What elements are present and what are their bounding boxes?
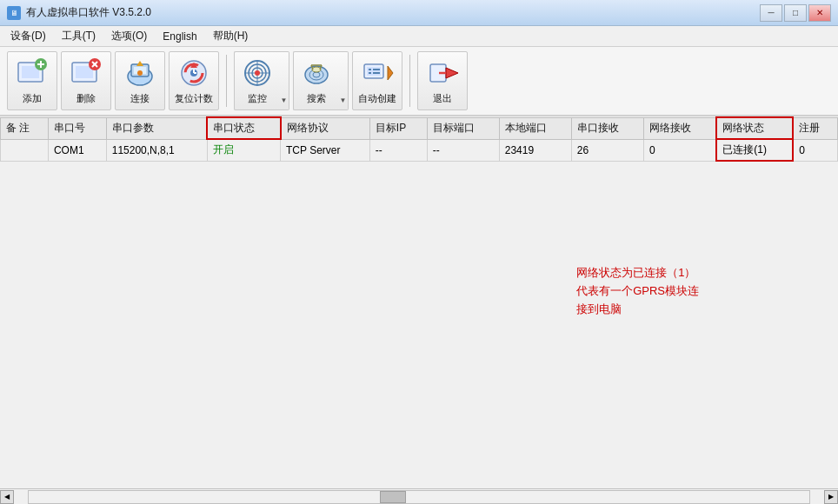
delete-label: 删除	[76, 92, 96, 105]
svg-rect-37	[369, 69, 371, 70]
monitor-dropdown[interactable]: ▼	[279, 51, 289, 110]
cell-com-port: COM1	[48, 139, 106, 161]
title-bar: 🖥 有人虚拟串口软件 V3.5.2.0 ─ □ ✕	[0, 0, 838, 26]
monitor-button[interactable]: 监控	[234, 51, 279, 110]
svg-point-14	[137, 70, 143, 76]
exit-button[interactable]: 退出	[417, 51, 468, 110]
scrollbar-area: ◀ ▶	[0, 488, 838, 504]
restore-button[interactable]: □	[784, 4, 807, 22]
cell-com-recv: 26	[571, 139, 643, 161]
svg-marker-13	[136, 61, 143, 66]
cell-net-protocol: TCP Server	[281, 139, 370, 161]
delete-icon	[70, 57, 102, 89]
search-button-group: 搜索 ▼	[293, 51, 349, 110]
cell-local-port: 23419	[499, 139, 571, 161]
col-net-recv: 网络接收	[643, 117, 716, 139]
connect-label: 连接	[130, 92, 150, 105]
horizontal-scrollbar[interactable]	[28, 490, 810, 504]
separator-2	[409, 55, 410, 107]
svg-rect-38	[373, 69, 380, 70]
cell-net-status: 已连接(1)	[716, 139, 793, 161]
col-target-port: 目标端口	[427, 117, 499, 139]
app-window: 🖥 有人虚拟串口软件 V3.5.2.0 ─ □ ✕ 设备(D) 工具(T) 选项…	[0, 0, 838, 504]
col-com-port: 串口号	[48, 117, 106, 139]
annotation-line-1: 网络状态为已连接（1）	[576, 264, 699, 282]
col-note: 注册	[793, 117, 837, 139]
cell-remark	[1, 139, 49, 161]
reset-button[interactable]: 复位计数	[169, 51, 219, 110]
menu-english[interactable]: English	[156, 29, 203, 44]
add-icon	[17, 57, 48, 89]
svg-rect-40	[373, 72, 380, 74]
scroll-right-button[interactable]: ▶	[824, 490, 838, 504]
status-open-text: 开启	[213, 143, 234, 156]
cell-target-port: --	[427, 139, 499, 161]
table-container: 备 注 串口号 串口参数 串口状态 网络协议	[0, 116, 838, 162]
minimize-button[interactable]: ─	[760, 4, 782, 22]
add-button[interactable]: 添加	[7, 51, 57, 110]
cell-note: 0	[793, 139, 837, 161]
connect-icon	[124, 57, 156, 89]
menu-bar: 设备(D) 工具(T) 选项(O) English 帮助(H)	[0, 26, 838, 47]
search-button[interactable]: 搜索	[293, 51, 338, 110]
auto-create-icon	[362, 57, 393, 89]
add-label: 添加	[23, 92, 42, 105]
scroll-left-button[interactable]: ◀	[0, 490, 14, 504]
connect-button[interactable]: 连接	[115, 51, 165, 110]
svg-point-26	[255, 70, 260, 76]
col-local-port: 本地端口	[499, 117, 571, 139]
table-header-row: 备 注 串口号 串口参数 串口状态 网络协议	[1, 117, 838, 139]
scrollbar-thumb[interactable]	[380, 491, 406, 503]
title-bar-left: 🖥 有人虚拟串口软件 V3.5.2.0	[7, 5, 151, 20]
col-remark: 备 注	[1, 117, 49, 139]
table-row[interactable]: COM1 115200,N,8,1 开启 TCP Server -- -- 23…	[1, 139, 838, 161]
col-com-status: 串口状态	[207, 117, 280, 139]
reset-icon	[178, 57, 210, 89]
annotation-text: 网络状态为已连接（1） 代表有一个GPRS模块连 接到电脑	[576, 264, 699, 318]
window-controls: ─ □ ✕	[760, 4, 831, 22]
annotation-line-3: 接到电脑	[576, 301, 699, 319]
menu-tools[interactable]: 工具(T)	[55, 27, 103, 45]
app-icon: 🖥	[7, 6, 21, 20]
col-com-params: 串口参数	[106, 117, 207, 139]
toolbar: 添加 删除	[0, 47, 838, 116]
menu-device[interactable]: 设备(D)	[3, 27, 53, 45]
col-com-recv: 串口接收	[571, 117, 643, 139]
col-target-ip: 目标IP	[369, 117, 427, 139]
search-dropdown[interactable]: ▼	[338, 51, 349, 110]
cell-com-params: 115200,N,8,1	[106, 139, 207, 161]
monitor-icon	[242, 57, 273, 89]
cell-target-ip: --	[369, 139, 427, 161]
reset-label: 复位计数	[175, 92, 213, 105]
monitor-label: 监控	[248, 92, 267, 105]
auto-create-label: 自动创建	[358, 92, 396, 105]
menu-options[interactable]: 选项(O)	[104, 27, 154, 45]
svg-rect-36	[367, 67, 381, 76]
svg-marker-43	[446, 68, 458, 78]
annotation-line-2: 代表有一个GPRS模块连	[576, 282, 699, 301]
delete-button[interactable]: 删除	[61, 51, 111, 110]
exit-label: 退出	[433, 92, 452, 105]
exit-icon	[427, 57, 458, 89]
cell-net-recv: 0	[643, 139, 716, 161]
auto-create-button[interactable]: 自动创建	[352, 51, 402, 110]
svg-marker-41	[388, 66, 393, 80]
separator-1	[226, 55, 227, 107]
monitor-button-group: 监控 ▼	[234, 51, 289, 110]
search-icon	[301, 57, 332, 89]
cell-com-status: 开启	[207, 139, 280, 161]
svg-rect-39	[369, 72, 371, 74]
close-button[interactable]: ✕	[808, 4, 831, 22]
window-title: 有人虚拟串口软件 V3.5.2.0	[26, 5, 151, 20]
col-net-status: 网络状态	[716, 117, 793, 139]
content-area: 备 注 串口号 串口参数 串口状态 网络协议	[0, 116, 838, 504]
col-net-protocol: 网络协议	[281, 117, 370, 139]
main-table: 备 注 串口号 串口参数 串口状态 网络协议	[0, 116, 838, 162]
search-label: 搜索	[307, 92, 326, 105]
menu-help[interactable]: 帮助(H)	[206, 27, 256, 45]
